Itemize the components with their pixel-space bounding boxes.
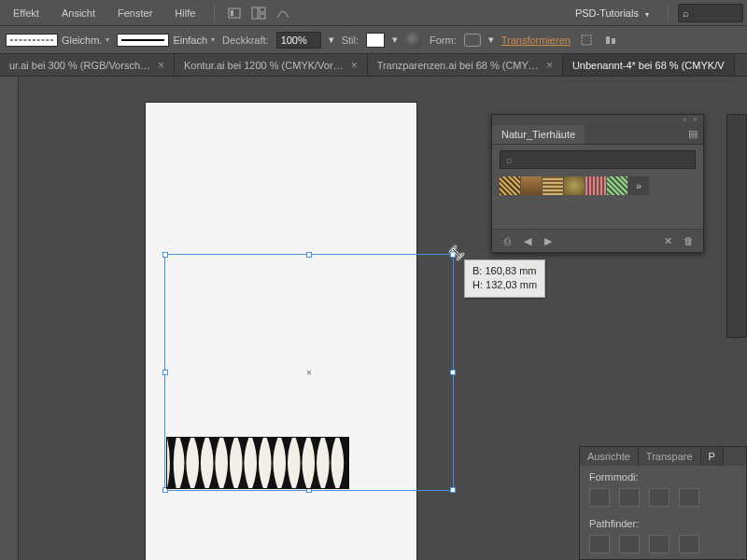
pathfinder-merge-icon[interactable] bbox=[649, 535, 669, 553]
isolate-icon[interactable] bbox=[578, 32, 595, 49]
close-icon[interactable]: × bbox=[351, 59, 358, 72]
swatch-thumb[interactable] bbox=[521, 176, 542, 195]
gpu-preview-icon[interactable] bbox=[273, 3, 293, 23]
close-icon[interactable]: × bbox=[546, 59, 553, 72]
stroke-profile-dash[interactable]: Gleichm. ▾ bbox=[6, 34, 109, 47]
selection-center-icon: × bbox=[306, 370, 312, 375]
chevron-down-icon: ▾ bbox=[106, 35, 109, 44]
swatch-library-icon[interactable]: ⎙ bbox=[500, 234, 514, 247]
doc-tab[interactable]: Unbenannt-4* bei 68 % (CMYK/V bbox=[563, 54, 735, 76]
resize-handle-e[interactable] bbox=[450, 370, 456, 375]
panel-tabbar: Natur_Tierhäute ▤ bbox=[492, 124, 703, 145]
height-value: 132,03 mm bbox=[486, 279, 537, 290]
close-icon[interactable]: × bbox=[693, 115, 698, 124]
style-swatch[interactable] bbox=[366, 33, 385, 48]
opacity-input[interactable]: 100% bbox=[276, 32, 321, 49]
resize-handle-se[interactable] bbox=[450, 487, 456, 493]
swatches-panel: « × Natur_Tierhäute ▤ ⌕ » ⎙ ◀ bbox=[491, 114, 704, 253]
resize-handle-w[interactable] bbox=[162, 370, 168, 375]
svg-rect-1 bbox=[231, 10, 233, 16]
resize-handle-n[interactable] bbox=[306, 252, 312, 258]
panel-footer: ⎙ ◀ ▶ ✕ 🗑 bbox=[492, 229, 703, 252]
dash-stroke-label: Gleichm. bbox=[62, 35, 102, 46]
resize-handle-nw[interactable] bbox=[162, 252, 168, 258]
tab-align[interactable]: Ausrichte bbox=[580, 447, 639, 466]
chevron-down-icon: ▾ bbox=[211, 35, 215, 44]
swatch-thumb[interactable] bbox=[607, 176, 627, 195]
tab-transparency[interactable]: Transpare bbox=[639, 447, 701, 466]
swatch-thumb[interactable] bbox=[585, 176, 606, 195]
search-icon: ⌕ bbox=[506, 154, 513, 165]
pathfinder-panel: Ausrichte Transpare P Formmodi: Pathfind… bbox=[579, 446, 747, 560]
chevron-down-icon[interactable]: ▾ bbox=[329, 34, 334, 46]
collapsed-panel-strip[interactable] bbox=[726, 114, 747, 338]
dock2-tabbar: Ausrichte Transpare P bbox=[580, 447, 746, 466]
menu-ansicht[interactable]: Ansicht bbox=[52, 4, 105, 22]
style-label: Stil: bbox=[342, 35, 359, 46]
shape-type-icon[interactable] bbox=[464, 34, 481, 47]
shape-mode-subtract-icon[interactable] bbox=[619, 488, 640, 507]
doc-tab[interactable]: Kontur.ai bei 1200 % (CMYK/Vor… × bbox=[175, 54, 368, 76]
break-link-icon[interactable]: ✕ bbox=[660, 234, 675, 247]
panel-tab-swatches[interactable]: Natur_Tierhäute bbox=[492, 125, 585, 144]
panel-menu-icon[interactable]: ▤ bbox=[683, 124, 703, 144]
stroke-profile-solid[interactable]: Einfach ▾ bbox=[117, 34, 215, 47]
shape-modes-label: Formmodi: bbox=[589, 471, 737, 483]
shape-mode-exclude-icon[interactable] bbox=[679, 488, 699, 507]
svg-rect-6 bbox=[606, 36, 610, 44]
workspace: × bbox=[0, 77, 747, 560]
chevron-down-icon[interactable]: ▾ bbox=[488, 34, 494, 46]
menu-separator-2 bbox=[668, 5, 669, 21]
prev-icon[interactable]: ◀ bbox=[520, 234, 535, 247]
solid-stroke-label: Einfach bbox=[173, 35, 207, 46]
bridge-icon[interactable] bbox=[224, 3, 245, 23]
shape-label: Form: bbox=[430, 35, 457, 46]
svg-rect-2 bbox=[252, 7, 258, 19]
solid-stroke-preview bbox=[117, 34, 169, 47]
arrange-docs-icon[interactable] bbox=[248, 3, 269, 23]
tab-pathfinder[interactable]: P bbox=[701, 447, 724, 466]
chevron-down-icon[interactable]: ▾ bbox=[392, 34, 398, 46]
swatch-thumb[interactable] bbox=[500, 176, 520, 195]
doc-tab-label: Kontur.ai bei 1200 % (CMYK/Vor… bbox=[184, 60, 344, 71]
menu-fenster[interactable]: Fenster bbox=[108, 4, 162, 22]
panel-titlebar[interactable]: « × bbox=[492, 115, 703, 124]
shape-mode-unite-icon[interactable] bbox=[589, 488, 610, 507]
help-search-input[interactable]: ⌕ bbox=[678, 4, 743, 22]
dimension-tooltip: B: 160,83 mm H: 132,03 mm bbox=[464, 259, 545, 298]
swatch-search-input[interactable]: ⌕ bbox=[500, 150, 696, 169]
options-bar: Gleichm. ▾ Einfach ▾ Deckkraft: 100% ▾ S… bbox=[0, 26, 747, 54]
swatch-thumb[interactable] bbox=[543, 176, 563, 195]
recolor-artwork-icon[interactable] bbox=[405, 32, 422, 49]
pattern-rect-zebra[interactable] bbox=[166, 437, 349, 489]
align-icon[interactable] bbox=[602, 32, 619, 49]
tool-column[interactable] bbox=[0, 77, 19, 560]
svg-rect-5 bbox=[582, 35, 591, 45]
shape-mode-intersect-icon[interactable] bbox=[649, 488, 669, 507]
swatch-thumb[interactable] bbox=[564, 176, 585, 195]
next-icon[interactable]: ▶ bbox=[541, 234, 556, 247]
menu-hilfe[interactable]: Hilfe bbox=[165, 4, 204, 22]
swatch-more-icon[interactable]: » bbox=[628, 176, 649, 195]
menubar: Effekt Ansicht Fenster Hilfe PSD-Tutoria… bbox=[0, 0, 747, 26]
svg-rect-3 bbox=[260, 7, 265, 12]
pathfinder-divide-icon[interactable] bbox=[589, 535, 610, 553]
menu-effekt[interactable]: Effekt bbox=[4, 4, 49, 22]
menu-separator bbox=[214, 5, 215, 21]
doc-tab[interactable]: Tranzparenzen.ai bei 68 % (CMY… × bbox=[368, 54, 563, 76]
pathfinder-trim-icon[interactable] bbox=[619, 535, 640, 553]
panel-collapse-icon[interactable]: « bbox=[683, 115, 687, 124]
svg-rect-7 bbox=[612, 38, 615, 44]
document-tab-strip: ur.ai bei 300 % (RGB/Vorsch… × Kontur.ai… bbox=[0, 54, 747, 77]
close-icon[interactable]: × bbox=[158, 59, 164, 72]
trash-icon[interactable]: 🗑 bbox=[681, 234, 696, 247]
pathfinder-crop-icon[interactable] bbox=[679, 535, 699, 553]
doc-tab-label: ur.ai bei 300 % (RGB/Vorsch… bbox=[9, 60, 150, 71]
transform-link[interactable]: Transformieren bbox=[501, 35, 571, 46]
workspace-label: PSD-Tutorials bbox=[575, 7, 639, 19]
doc-tab-label: Tranzparenzen.ai bei 68 % (CMY… bbox=[377, 60, 539, 71]
opacity-value: 100% bbox=[281, 35, 307, 46]
workspace-switcher[interactable]: PSD-Tutorials ▾ bbox=[566, 4, 658, 22]
swatch-row: » bbox=[500, 176, 696, 195]
doc-tab[interactable]: ur.ai bei 300 % (RGB/Vorsch… × bbox=[0, 54, 175, 76]
